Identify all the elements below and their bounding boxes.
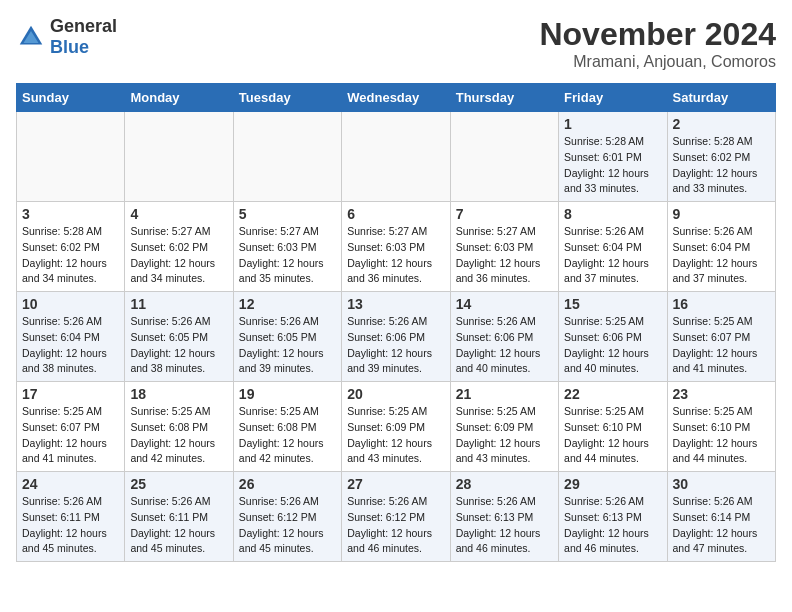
- day-number: 26: [239, 476, 336, 492]
- col-header-wednesday: Wednesday: [342, 84, 450, 112]
- day-number: 14: [456, 296, 553, 312]
- day-number: 22: [564, 386, 661, 402]
- day-detail: Sunrise: 5:26 AM Sunset: 6:12 PM Dayligh…: [347, 494, 444, 557]
- calendar-week-row: 17Sunrise: 5:25 AM Sunset: 6:07 PM Dayli…: [17, 382, 776, 472]
- day-number: 6: [347, 206, 444, 222]
- day-number: 1: [564, 116, 661, 132]
- day-detail: Sunrise: 5:27 AM Sunset: 6:02 PM Dayligh…: [130, 224, 227, 287]
- day-number: 20: [347, 386, 444, 402]
- calendar-cell: 13Sunrise: 5:26 AM Sunset: 6:06 PM Dayli…: [342, 292, 450, 382]
- logo-text-general: General: [50, 16, 117, 36]
- day-detail: Sunrise: 5:27 AM Sunset: 6:03 PM Dayligh…: [239, 224, 336, 287]
- day-number: 28: [456, 476, 553, 492]
- calendar-cell: 10Sunrise: 5:26 AM Sunset: 6:04 PM Dayli…: [17, 292, 125, 382]
- day-detail: Sunrise: 5:27 AM Sunset: 6:03 PM Dayligh…: [347, 224, 444, 287]
- calendar-cell: 8Sunrise: 5:26 AM Sunset: 6:04 PM Daylig…: [559, 202, 667, 292]
- day-detail: Sunrise: 5:26 AM Sunset: 6:05 PM Dayligh…: [239, 314, 336, 377]
- calendar-cell: 12Sunrise: 5:26 AM Sunset: 6:05 PM Dayli…: [233, 292, 341, 382]
- day-number: 18: [130, 386, 227, 402]
- title-area: November 2024 Mramani, Anjouan, Comoros: [539, 16, 776, 71]
- calendar-cell: 22Sunrise: 5:25 AM Sunset: 6:10 PM Dayli…: [559, 382, 667, 472]
- col-header-monday: Monday: [125, 84, 233, 112]
- calendar-cell: 20Sunrise: 5:25 AM Sunset: 6:09 PM Dayli…: [342, 382, 450, 472]
- calendar-cell: 17Sunrise: 5:25 AM Sunset: 6:07 PM Dayli…: [17, 382, 125, 472]
- day-number: 19: [239, 386, 336, 402]
- calendar-cell: 19Sunrise: 5:25 AM Sunset: 6:08 PM Dayli…: [233, 382, 341, 472]
- location-title: Mramani, Anjouan, Comoros: [539, 53, 776, 71]
- day-detail: Sunrise: 5:26 AM Sunset: 6:06 PM Dayligh…: [456, 314, 553, 377]
- day-detail: Sunrise: 5:26 AM Sunset: 6:11 PM Dayligh…: [22, 494, 119, 557]
- calendar-cell: 2Sunrise: 5:28 AM Sunset: 6:02 PM Daylig…: [667, 112, 775, 202]
- day-number: 27: [347, 476, 444, 492]
- day-detail: Sunrise: 5:28 AM Sunset: 6:02 PM Dayligh…: [22, 224, 119, 287]
- calendar-cell: 11Sunrise: 5:26 AM Sunset: 6:05 PM Dayli…: [125, 292, 233, 382]
- col-header-thursday: Thursday: [450, 84, 558, 112]
- day-detail: Sunrise: 5:25 AM Sunset: 6:10 PM Dayligh…: [673, 404, 770, 467]
- calendar-week-row: 10Sunrise: 5:26 AM Sunset: 6:04 PM Dayli…: [17, 292, 776, 382]
- day-number: 13: [347, 296, 444, 312]
- logo-text-blue: Blue: [50, 37, 89, 57]
- calendar-cell: 5Sunrise: 5:27 AM Sunset: 6:03 PM Daylig…: [233, 202, 341, 292]
- day-detail: Sunrise: 5:25 AM Sunset: 6:07 PM Dayligh…: [673, 314, 770, 377]
- calendar-cell: 27Sunrise: 5:26 AM Sunset: 6:12 PM Dayli…: [342, 472, 450, 562]
- day-detail: Sunrise: 5:25 AM Sunset: 6:08 PM Dayligh…: [239, 404, 336, 467]
- calendar-cell: 16Sunrise: 5:25 AM Sunset: 6:07 PM Dayli…: [667, 292, 775, 382]
- day-detail: Sunrise: 5:25 AM Sunset: 6:06 PM Dayligh…: [564, 314, 661, 377]
- calendar-cell: 6Sunrise: 5:27 AM Sunset: 6:03 PM Daylig…: [342, 202, 450, 292]
- day-number: 11: [130, 296, 227, 312]
- day-detail: Sunrise: 5:26 AM Sunset: 6:04 PM Dayligh…: [673, 224, 770, 287]
- col-header-saturday: Saturday: [667, 84, 775, 112]
- calendar-cell: [342, 112, 450, 202]
- col-header-friday: Friday: [559, 84, 667, 112]
- day-number: 4: [130, 206, 227, 222]
- day-number: 7: [456, 206, 553, 222]
- day-number: 21: [456, 386, 553, 402]
- day-number: 23: [673, 386, 770, 402]
- day-number: 8: [564, 206, 661, 222]
- day-number: 16: [673, 296, 770, 312]
- calendar-cell: [233, 112, 341, 202]
- day-detail: Sunrise: 5:25 AM Sunset: 6:09 PM Dayligh…: [456, 404, 553, 467]
- day-number: 25: [130, 476, 227, 492]
- calendar-cell: [17, 112, 125, 202]
- day-detail: Sunrise: 5:26 AM Sunset: 6:06 PM Dayligh…: [347, 314, 444, 377]
- calendar-table: SundayMondayTuesdayWednesdayThursdayFrid…: [16, 83, 776, 562]
- logo-icon: [16, 22, 46, 52]
- col-header-sunday: Sunday: [17, 84, 125, 112]
- calendar-cell: 15Sunrise: 5:25 AM Sunset: 6:06 PM Dayli…: [559, 292, 667, 382]
- calendar-cell: [450, 112, 558, 202]
- day-number: 15: [564, 296, 661, 312]
- calendar-cell: 30Sunrise: 5:26 AM Sunset: 6:14 PM Dayli…: [667, 472, 775, 562]
- page-header: General Blue November 2024 Mramani, Anjo…: [16, 16, 776, 71]
- calendar-cell: 23Sunrise: 5:25 AM Sunset: 6:10 PM Dayli…: [667, 382, 775, 472]
- calendar-week-row: 3Sunrise: 5:28 AM Sunset: 6:02 PM Daylig…: [17, 202, 776, 292]
- calendar-cell: 25Sunrise: 5:26 AM Sunset: 6:11 PM Dayli…: [125, 472, 233, 562]
- day-detail: Sunrise: 5:26 AM Sunset: 6:11 PM Dayligh…: [130, 494, 227, 557]
- calendar-cell: 9Sunrise: 5:26 AM Sunset: 6:04 PM Daylig…: [667, 202, 775, 292]
- day-detail: Sunrise: 5:28 AM Sunset: 6:02 PM Dayligh…: [673, 134, 770, 197]
- day-detail: Sunrise: 5:26 AM Sunset: 6:12 PM Dayligh…: [239, 494, 336, 557]
- calendar-cell: 26Sunrise: 5:26 AM Sunset: 6:12 PM Dayli…: [233, 472, 341, 562]
- calendar-cell: 4Sunrise: 5:27 AM Sunset: 6:02 PM Daylig…: [125, 202, 233, 292]
- calendar-cell: 7Sunrise: 5:27 AM Sunset: 6:03 PM Daylig…: [450, 202, 558, 292]
- day-number: 2: [673, 116, 770, 132]
- calendar-cell: 3Sunrise: 5:28 AM Sunset: 6:02 PM Daylig…: [17, 202, 125, 292]
- day-detail: Sunrise: 5:26 AM Sunset: 6:13 PM Dayligh…: [456, 494, 553, 557]
- day-number: 5: [239, 206, 336, 222]
- day-number: 3: [22, 206, 119, 222]
- col-header-tuesday: Tuesday: [233, 84, 341, 112]
- day-detail: Sunrise: 5:27 AM Sunset: 6:03 PM Dayligh…: [456, 224, 553, 287]
- day-detail: Sunrise: 5:25 AM Sunset: 6:10 PM Dayligh…: [564, 404, 661, 467]
- calendar-week-row: 24Sunrise: 5:26 AM Sunset: 6:11 PM Dayli…: [17, 472, 776, 562]
- calendar-cell: 18Sunrise: 5:25 AM Sunset: 6:08 PM Dayli…: [125, 382, 233, 472]
- day-detail: Sunrise: 5:25 AM Sunset: 6:08 PM Dayligh…: [130, 404, 227, 467]
- month-title: November 2024: [539, 16, 776, 53]
- calendar-header-row: SundayMondayTuesdayWednesdayThursdayFrid…: [17, 84, 776, 112]
- day-number: 10: [22, 296, 119, 312]
- day-detail: Sunrise: 5:28 AM Sunset: 6:01 PM Dayligh…: [564, 134, 661, 197]
- day-number: 12: [239, 296, 336, 312]
- day-number: 24: [22, 476, 119, 492]
- calendar-week-row: 1Sunrise: 5:28 AM Sunset: 6:01 PM Daylig…: [17, 112, 776, 202]
- calendar-cell: 21Sunrise: 5:25 AM Sunset: 6:09 PM Dayli…: [450, 382, 558, 472]
- day-number: 30: [673, 476, 770, 492]
